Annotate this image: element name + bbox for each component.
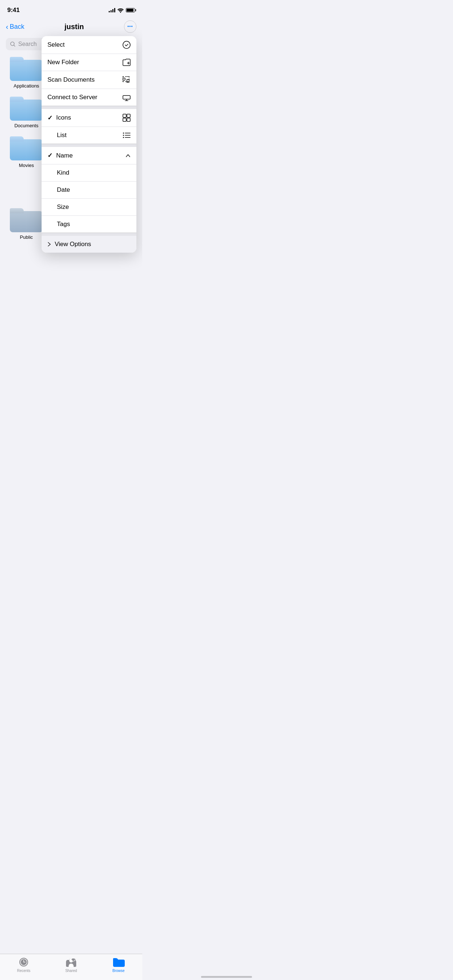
list-icon [123, 132, 131, 138]
dropdown-menu: Select New Folder Scan Documents [41, 36, 136, 253]
folder-label: Public [20, 234, 33, 240]
status-bar: 9:41 [0, 0, 142, 18]
folder-icon [10, 56, 43, 81]
menu-item-date[interactable]: Date [41, 181, 136, 199]
folder-item-documents[interactable]: Documents [6, 96, 47, 128]
menu-section-gap-3 [41, 233, 136, 236]
svg-point-3 [123, 41, 130, 48]
select-label: Select [48, 41, 65, 48]
search-icon [10, 41, 15, 47]
svg-line-2 [14, 45, 15, 46]
folder-item-public[interactable]: Public [6, 207, 47, 240]
server-icon [123, 94, 131, 101]
select-icon [123, 41, 131, 49]
chevron-right-icon [48, 242, 51, 247]
new-folder-icon [123, 59, 131, 66]
menu-item-tags[interactable]: Tags [41, 216, 136, 232]
folder-item-blank5 [6, 175, 47, 200]
scan-documents-label: Scan Documents [48, 76, 94, 83]
svg-rect-7 [123, 95, 130, 99]
new-folder-label: New Folder [48, 59, 79, 66]
svg-rect-6 [123, 78, 125, 80]
menu-item-name[interactable]: ✓ Name [41, 147, 136, 164]
svg-point-19 [123, 137, 124, 138]
name-label: Name [56, 152, 73, 159]
connect-to-server-label: Connect to Server [48, 94, 97, 101]
folder-icon [10, 135, 43, 161]
menu-item-connect-to-server[interactable]: Connect to Server [41, 89, 136, 106]
nav-bar: ‹ Back justin ••• [0, 18, 142, 37]
view-options-label: View Options [55, 240, 91, 248]
folder-label: Documents [14, 123, 38, 128]
menu-item-view-options[interactable]: View Options [41, 236, 136, 253]
name-checkmark: ✓ [48, 152, 53, 159]
icons-checkmark: ✓ [48, 114, 53, 122]
menu-item-size[interactable]: Size [41, 199, 136, 216]
folder-item-applications[interactable]: Applications [6, 56, 47, 89]
back-label: Back [10, 23, 24, 30]
grid-icon [123, 114, 131, 122]
status-icons [109, 8, 135, 13]
more-button[interactable]: ••• [124, 21, 136, 33]
chevron-up-icon [126, 153, 131, 158]
icons-label: Icons [56, 114, 71, 121]
wifi-icon [118, 8, 124, 13]
menu-item-icons[interactable]: ✓ Icons [41, 109, 136, 127]
folder-icon [10, 96, 43, 121]
tags-label: Tags [57, 221, 70, 228]
menu-section-gap-1 [41, 106, 136, 109]
menu-section-sort: ✓ Name Kind Date Size Tags [41, 147, 136, 233]
svg-rect-12 [123, 118, 126, 121]
folder-label: Movies [19, 162, 34, 168]
search-placeholder: Search [18, 41, 37, 48]
menu-section-gap-2 [41, 144, 136, 147]
kind-label: Kind [57, 169, 69, 177]
menu-item-kind[interactable]: Kind [41, 164, 136, 181]
menu-section-actions: Select New Folder Scan Documents [41, 36, 136, 106]
signal-icon [109, 8, 115, 13]
back-chevron-icon: ‹ [6, 22, 8, 31]
svg-point-17 [123, 133, 124, 134]
back-button[interactable]: ‹ Back [6, 22, 24, 31]
svg-point-0 [120, 12, 121, 13]
svg-rect-10 [123, 114, 126, 118]
menu-item-new-folder[interactable]: New Folder [41, 54, 136, 71]
svg-rect-11 [127, 114, 130, 118]
svg-rect-13 [127, 118, 130, 121]
date-label: Date [57, 186, 70, 194]
folder-item-movies[interactable]: Movies [6, 135, 47, 168]
menu-item-select[interactable]: Select [41, 36, 136, 54]
menu-section-view: ✓ Icons List [41, 109, 136, 144]
menu-item-list[interactable]: List [41, 127, 136, 144]
battery-icon [126, 8, 135, 13]
folder-label: Applications [13, 83, 39, 89]
scan-icon [123, 76, 131, 84]
svg-point-18 [123, 135, 124, 136]
status-time: 9:41 [7, 6, 20, 14]
page-title: justin [65, 22, 84, 31]
menu-item-scan-documents[interactable]: Scan Documents [41, 71, 136, 89]
size-label: Size [57, 204, 69, 211]
list-label: List [57, 132, 66, 139]
folder-icon [10, 207, 43, 232]
more-icon: ••• [127, 24, 133, 29]
